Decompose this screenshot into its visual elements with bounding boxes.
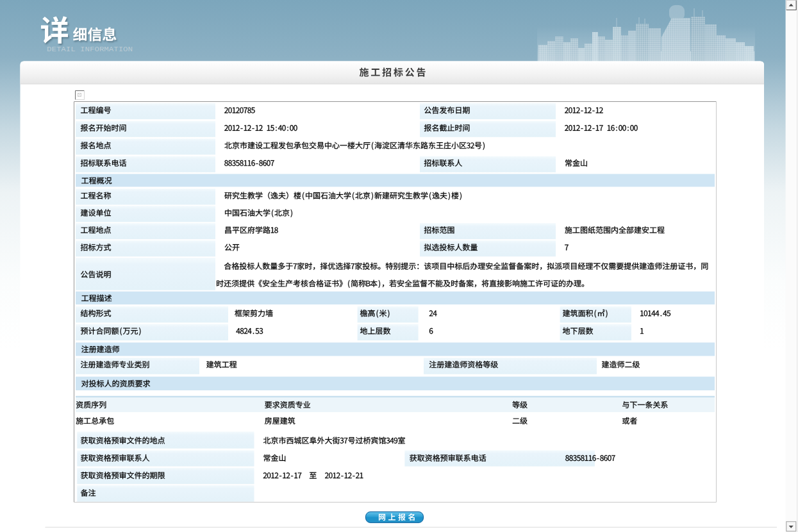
svg-text:DETAIL INFORMATION: DETAIL INFORMATION xyxy=(47,45,133,53)
